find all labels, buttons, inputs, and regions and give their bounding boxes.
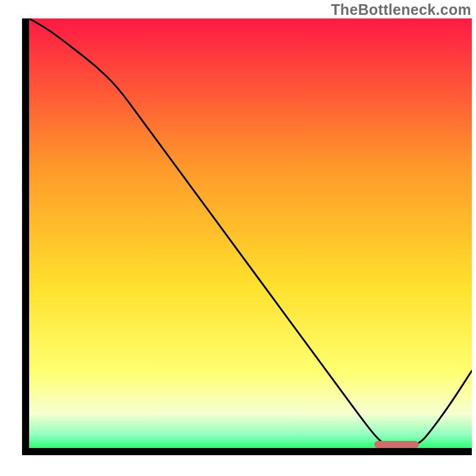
x-axis	[22, 448, 472, 455]
y-axis	[22, 18, 29, 454]
bottleneck-plot	[29, 18, 472, 448]
plot-background	[29, 18, 472, 448]
watermark-text: TheBottleneck.com	[331, 1, 471, 18]
optimal-range-marker	[374, 441, 418, 448]
